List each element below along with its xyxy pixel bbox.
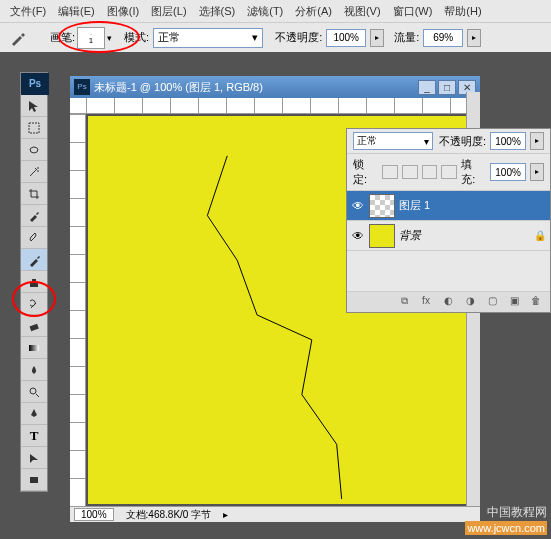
visibility-toggle-icon[interactable]: 👁 <box>351 199 365 213</box>
brush-label: 画笔: <box>50 30 75 45</box>
layer-row[interactable]: 👁 背景 🔒 <box>347 221 550 251</box>
menu-select[interactable]: 选择(S) <box>193 2 242 21</box>
svg-point-3 <box>30 388 36 394</box>
group-icon[interactable]: ▢ <box>484 295 500 309</box>
lock-position-button[interactable] <box>422 165 438 179</box>
magic-wand-tool[interactable] <box>21 161 47 183</box>
menu-layer[interactable]: 图层(L) <box>145 2 192 21</box>
brush-dropdown-arrow-icon[interactable]: ▾ <box>107 33 112 43</box>
opacity-flyout-button[interactable]: ▸ <box>370 29 384 47</box>
pen-tool[interactable] <box>21 403 47 425</box>
options-bar: 画笔: · 1 ▾ 模式: 正常 ▾ 不透明度: ▸ 流量: ▸ <box>0 22 551 52</box>
layer-thumbnail[interactable] <box>369 194 395 218</box>
menu-edit[interactable]: 编辑(E) <box>52 2 101 21</box>
move-tool[interactable] <box>21 95 47 117</box>
lock-label: 锁定: <box>353 157 378 187</box>
chevron-down-icon: ▾ <box>424 136 429 147</box>
blur-tool[interactable] <box>21 359 47 381</box>
layers-panel-footer: ⧉ fx ◐ ◑ ▢ ▣ 🗑 <box>347 291 550 312</box>
opacity-label: 不透明度: <box>275 30 322 45</box>
lock-icon: 🔒 <box>534 230 546 241</box>
layer-mask-icon[interactable]: ◐ <box>440 295 456 309</box>
ps-logo-icon: Ps <box>21 73 49 95</box>
document-title: 未标题-1 @ 100% (图层 1, RGB/8) <box>94 80 263 95</box>
menu-image[interactable]: 图像(I) <box>101 2 145 21</box>
blend-mode-value: 正常 <box>158 30 180 45</box>
menu-analysis[interactable]: 分析(A) <box>289 2 338 21</box>
menu-file[interactable]: 文件(F) <box>4 2 52 21</box>
marquee-tool[interactable] <box>21 117 47 139</box>
fill-flyout[interactable]: ▸ <box>530 163 544 181</box>
crop-tool[interactable] <box>21 183 47 205</box>
new-layer-icon[interactable]: ▣ <box>506 295 522 309</box>
visibility-toggle-icon[interactable]: 👁 <box>351 229 365 243</box>
brush-preset-group: 画笔: · 1 ▾ <box>42 27 120 49</box>
lock-pixels-button[interactable] <box>402 165 418 179</box>
layers-panel: 正常 ▾ 不透明度: ▸ 锁定: 填充: ▸ 👁 图层 1 👁 背景 🔒 ⧉ f… <box>346 128 551 313</box>
gradient-tool[interactable] <box>21 337 47 359</box>
chevron-down-icon: ▾ <box>252 31 258 44</box>
eyedropper-tool[interactable] <box>21 205 47 227</box>
ps-badge-icon: Ps <box>74 79 90 95</box>
eraser-tool[interactable] <box>21 315 47 337</box>
history-brush-tool[interactable] <box>21 293 47 315</box>
status-flyout-icon[interactable]: ▸ <box>223 509 228 520</box>
document-titlebar[interactable]: Ps 未标题-1 @ 100% (图层 1, RGB/8) _ □ ✕ <box>70 76 480 98</box>
watermark-url: www.jcwcn.com <box>465 521 547 535</box>
menu-view[interactable]: 视图(V) <box>338 2 387 21</box>
dodge-tool[interactable] <box>21 381 47 403</box>
clone-stamp-tool[interactable] <box>21 271 47 293</box>
healing-brush-tool[interactable] <box>21 227 47 249</box>
brush-tool[interactable] <box>21 249 47 271</box>
layer-opacity-input[interactable] <box>490 132 526 150</box>
flow-label: 流量: <box>394 30 419 45</box>
type-tool[interactable]: T <box>21 425 47 447</box>
brush-preset-picker[interactable]: · 1 <box>77 27 105 49</box>
mode-label: 模式: <box>124 30 149 45</box>
lock-transparency-button[interactable] <box>382 165 398 179</box>
menu-help[interactable]: 帮助(H) <box>438 2 487 21</box>
layer-style-icon[interactable]: fx <box>418 295 434 309</box>
menu-filter[interactable]: 滤镜(T) <box>241 2 289 21</box>
zoom-level[interactable]: 100% <box>74 508 114 521</box>
delete-layer-icon[interactable]: 🗑 <box>528 295 544 309</box>
layer-name[interactable]: 背景 <box>399 228 530 243</box>
fill-input[interactable] <box>490 163 526 181</box>
layer-blend-mode-select[interactable]: 正常 ▾ <box>353 132 433 150</box>
brush-tool-indicator-icon <box>8 28 28 48</box>
status-bar: 100% 文档:468.8K/0 字节 ▸ <box>70 506 480 522</box>
layer-row[interactable]: 👁 图层 1 <box>347 191 550 221</box>
svg-rect-0 <box>29 123 39 133</box>
blend-mode-select[interactable]: 正常 ▾ <box>153 28 263 48</box>
horizontal-ruler[interactable] <box>70 98 480 114</box>
svg-rect-4 <box>30 477 38 483</box>
link-layers-icon[interactable]: ⧉ <box>396 295 412 309</box>
lock-all-button[interactable] <box>441 165 457 179</box>
maximize-button[interactable]: □ <box>438 80 456 95</box>
fill-label: 填充: <box>461 157 486 187</box>
layer-name[interactable]: 图层 1 <box>399 198 546 213</box>
adjustment-layer-icon[interactable]: ◑ <box>462 295 478 309</box>
path-selection-tool[interactable] <box>21 447 47 469</box>
minimize-button[interactable]: _ <box>418 80 436 95</box>
watermark: 中国教程网 www.jcwcn.com <box>465 505 547 535</box>
brush-size-value: 1 <box>89 37 93 45</box>
lasso-tool[interactable] <box>21 139 47 161</box>
rectangle-tool[interactable] <box>21 469 47 491</box>
layer-opacity-flyout[interactable]: ▸ <box>530 132 544 150</box>
layer-thumbnail[interactable] <box>369 224 395 248</box>
menu-window[interactable]: 窗口(W) <box>387 2 439 21</box>
layer-blend-mode-value: 正常 <box>357 134 377 148</box>
opacity-input[interactable] <box>326 29 366 47</box>
menubar: 文件(F) 编辑(E) 图像(I) 图层(L) 选择(S) 滤镜(T) 分析(A… <box>0 0 551 22</box>
layer-opacity-label: 不透明度: <box>439 134 486 149</box>
flow-flyout-button[interactable]: ▸ <box>467 29 481 47</box>
svg-rect-2 <box>29 345 39 351</box>
watermark-text: 中国教程网 <box>465 505 547 521</box>
flow-input[interactable] <box>423 29 463 47</box>
svg-rect-1 <box>30 323 39 330</box>
toolbox: Ps T <box>20 72 48 492</box>
document-info: 文档:468.8K/0 字节 <box>126 508 212 522</box>
vertical-ruler[interactable] <box>70 114 86 506</box>
